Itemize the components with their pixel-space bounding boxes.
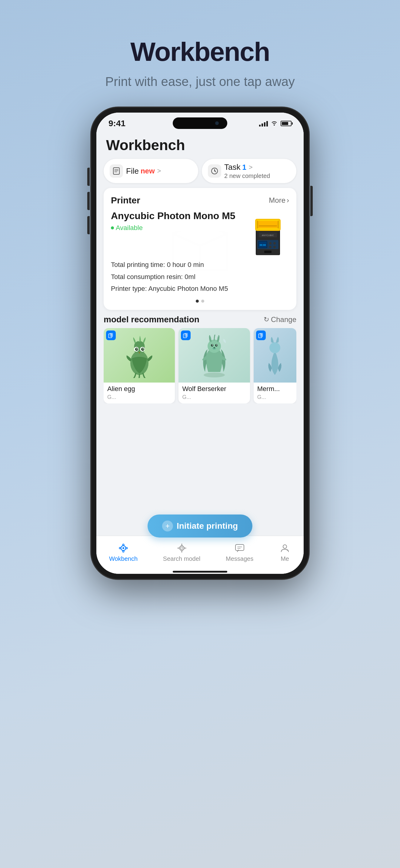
svg-point-39: [212, 344, 213, 345]
printer-section-title: Printer: [111, 195, 140, 206]
bottom-nav: Wokbench Search model: [96, 536, 304, 571]
svg-rect-0: [113, 168, 119, 174]
svg-point-35: [204, 373, 225, 377]
status-dot: [111, 226, 114, 229]
task-chevron: >: [249, 163, 253, 171]
model-name-1: Alien egg: [104, 382, 175, 394]
svg-point-48: [122, 544, 124, 546]
fab-label: Initiate printing: [177, 521, 238, 531]
svg-point-40: [217, 344, 217, 345]
svg-point-47: [122, 547, 124, 549]
svg-rect-52: [235, 545, 244, 551]
model-sub-3: G...: [254, 394, 296, 403]
printer-card: Anycubic Photon Mono M5 Available: [111, 210, 289, 295]
file-btn-row: File new >: [126, 166, 161, 176]
svg-point-45: [269, 342, 280, 353]
task-icon: [208, 164, 221, 178]
search-model-nav-label: Search model: [163, 555, 200, 562]
wolf-berserker-figure: [196, 333, 232, 378]
app-title: Workbench: [106, 137, 294, 153]
printing-time: Total printing time: 0 hour 0 min: [111, 259, 289, 271]
task-sub: 2 new completed: [224, 173, 270, 180]
task-btn-row: Task 1 >: [224, 162, 270, 172]
file-icon: [110, 164, 123, 178]
signal-icon: [259, 120, 268, 126]
svg-point-36: [207, 340, 221, 353]
svg-point-42: [213, 347, 215, 348]
change-button[interactable]: ↻ Change: [264, 315, 296, 324]
refresh-icon: ↻: [264, 316, 269, 323]
model-card-1[interactable]: Alien egg G...: [104, 328, 175, 403]
svg-rect-12: [259, 225, 277, 226]
svg-point-54: [287, 550, 288, 551]
quick-actions: File new > Task: [96, 156, 304, 183]
task-badge: 1: [242, 163, 246, 172]
svg-rect-25: [110, 333, 113, 337]
messages-nav-label: Messages: [226, 555, 253, 562]
initiate-printing-button[interactable]: + Initiate printing: [148, 515, 252, 537]
printer-card-header: Anycubic Photon Mono M5 Available: [111, 210, 289, 259]
model-card-2[interactable]: Wolf Berserker G...: [178, 328, 250, 403]
mermaid-figure: [263, 333, 287, 378]
wifi-icon: [271, 120, 278, 127]
nav-search-model[interactable]: Search model: [157, 539, 206, 565]
file-btn-content: File new >: [126, 166, 161, 176]
workbench-icon: [117, 542, 130, 554]
home-indicator: [96, 571, 304, 574]
model-rec-section: model recommendation ↻ Change: [104, 315, 296, 403]
svg-point-31: [136, 348, 138, 349]
model-sub-1: G...: [104, 394, 175, 403]
svg-point-17: [269, 242, 272, 245]
svg-point-19: [269, 246, 272, 248]
file-chevron: >: [157, 167, 161, 175]
model-rec-title: model recommendation: [104, 315, 199, 324]
dot-2: [201, 300, 204, 303]
copy-icon-3: [256, 331, 266, 340]
resin-info: Total consumption resin: 0ml: [111, 271, 289, 283]
task-label: Task: [224, 162, 240, 172]
svg-point-18: [273, 242, 276, 245]
status-text: Available: [116, 224, 143, 232]
status-icons: [259, 120, 291, 127]
printer-status: Available: [111, 224, 247, 232]
copy-icon-2: [181, 331, 191, 340]
app-header: Workbench: [96, 132, 304, 156]
printer-more-link[interactable]: More ›: [269, 196, 289, 205]
svg-point-20: [273, 246, 276, 248]
me-nav-label: Me: [281, 555, 289, 562]
search-model-icon: [176, 542, 188, 554]
file-button[interactable]: File new >: [104, 159, 198, 183]
dot-1: [196, 300, 199, 303]
carousel-dots: [111, 300, 289, 303]
phone-screen: 9:41: [96, 113, 304, 574]
page-subtitle: Print with ease, just one tap away: [105, 74, 295, 89]
page-title: Workbench: [105, 36, 295, 67]
home-bar: [173, 571, 227, 572]
status-time: 9:41: [109, 119, 125, 128]
svg-rect-10: [257, 221, 258, 228]
file-label: File: [126, 166, 139, 176]
printer-info: Anycubic Photon Mono M5 Available: [111, 210, 247, 237]
app-content: Workbench File new >: [96, 128, 304, 574]
camera-dot: [215, 121, 219, 125]
nav-messages[interactable]: Messages: [220, 539, 259, 565]
phone-body: 9:41: [91, 107, 309, 579]
printer-name: Anycubic Photon Mono M5: [111, 210, 247, 221]
printer-svg: 88:88 ANYCU: [250, 213, 286, 257]
svg-rect-21: [264, 251, 272, 253]
me-icon: [279, 542, 291, 554]
model-card-3[interactable]: Merm... G...: [254, 328, 296, 403]
file-badge: new: [141, 167, 155, 175]
printer-image: 88:88 ANYCU: [247, 210, 289, 259]
nav-me[interactable]: Me: [273, 539, 297, 565]
copy-icon-1: [106, 331, 116, 340]
printer-section: Printer More › Anycubic Photon Mono M5: [104, 188, 296, 310]
svg-point-53: [283, 545, 287, 549]
model-sub-2: G...: [178, 394, 250, 403]
svg-point-49: [122, 551, 124, 552]
alien-egg-figure: [121, 333, 158, 378]
fab-plus-icon: +: [162, 521, 173, 531]
nav-workbench[interactable]: Wokbench: [103, 539, 144, 565]
model-grid: Alien egg G...: [104, 328, 296, 403]
task-button[interactable]: Task 1 > 2 new completed: [202, 159, 296, 183]
